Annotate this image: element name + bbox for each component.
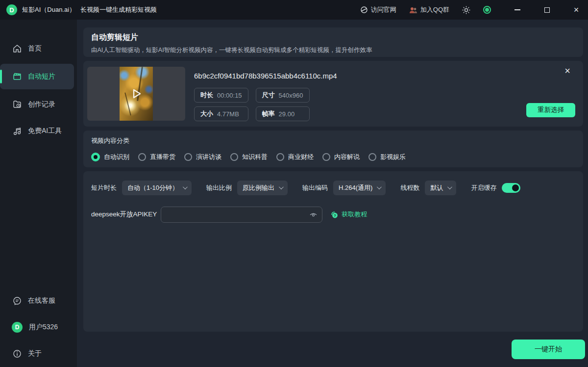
close-icon: × <box>574 6 579 14</box>
sidebar-item-online-support[interactable]: 在线客服 <box>0 289 74 312</box>
meta-filesize: 大小 4.77MB <box>194 106 248 121</box>
records-icon <box>13 100 22 109</box>
radio-icon <box>184 153 192 161</box>
get-tutorial-link[interactable]: ? 获取教程 <box>330 210 367 219</box>
radio-film-entertainment[interactable]: 影视娱乐 <box>368 153 406 161</box>
video-thumbnail-box <box>87 67 185 121</box>
theme-toggle-icon[interactable] <box>462 6 470 14</box>
app-title: 短影AI（Duan.ai）长视频一键生成精彩短视频 <box>22 5 157 14</box>
remove-video-icon: × <box>564 65 570 76</box>
radio-business-finance[interactable]: 商业财经 <box>276 153 314 161</box>
minimize-button[interactable] <box>514 6 521 14</box>
maximize-icon <box>544 7 550 13</box>
video-card: 6b9c2cf0941bd78b396515abb4c6110c.mp4 时长 … <box>83 61 583 127</box>
radio-icon <box>138 153 146 161</box>
radio-icon <box>322 153 330 161</box>
output-codec-select[interactable]: H.264(通用) <box>333 181 386 195</box>
radio-icon <box>368 153 376 161</box>
visit-website-link[interactable]: 访问官网 <box>360 5 396 14</box>
svg-text:?: ? <box>334 213 336 218</box>
radio-live-commerce[interactable]: 直播带货 <box>138 153 175 161</box>
classification-options: 自动识别 直播带货 演讲访谈 知识科普 商业财经 <box>91 153 575 161</box>
page-subtitle: 由AI人工智能驱动，短影AI智能分析视频内容，一键将长视频自动剪辑成多个精彩短视… <box>91 46 575 54</box>
close-button[interactable]: × <box>572 6 580 14</box>
sidebar-item-creation-records[interactable]: 创作记录 <box>0 93 74 116</box>
classification-label: 视频内容分类 <box>91 136 575 145</box>
status-indicator-icon[interactable] <box>483 6 491 14</box>
radio-speech-interview[interactable]: 演讲访谈 <box>184 153 221 161</box>
main-content: 自动剪辑短片 由AI人工智能驱动，短影AI智能分析视频内容，一键将长视频自动剪辑… <box>77 20 588 367</box>
music-note-icon <box>13 127 22 135</box>
meta-resolution: 尺寸 540x960 <box>256 88 310 103</box>
settings-row: 短片时长 自动（1-10分钟） 输出比例 原比例输出 输出编码 <box>91 181 575 195</box>
cache-label: 开启缓存 <box>471 184 496 192</box>
cache-toggle[interactable] <box>502 183 520 193</box>
video-info: 6b9c2cf0941bd78b396515abb4c6110c.mp4 时长 … <box>194 65 337 123</box>
video-filename: 6b9c2cf0941bd78b396515abb4c6110c.mp4 <box>194 72 337 80</box>
radio-selected-icon <box>91 153 100 161</box>
play-icon <box>129 86 144 101</box>
footer-bar: 一键开始 <box>83 332 583 367</box>
remove-video-button[interactable]: × <box>564 66 570 76</box>
maximize-button[interactable] <box>543 6 551 14</box>
radio-icon <box>276 153 284 161</box>
thread-count-select[interactable]: 默认 <box>425 181 456 195</box>
app-brand: 短影AI（Duan.ai） <box>22 6 75 13</box>
chevron-down-icon <box>447 184 452 189</box>
radio-content-commentary[interactable]: 内容解说 <box>322 153 360 161</box>
output-codec-group: 输出编码 H.264(通用) <box>302 181 386 195</box>
output-ratio-group: 输出比例 原比例输出 <box>206 181 288 195</box>
eye-off-icon[interactable] <box>309 210 318 219</box>
app-tagline: 长视频一键生成精彩短视频 <box>80 6 157 13</box>
apikey-row: deepseek开放APIKEY ? 获取教程 <box>91 207 575 223</box>
thread-count-label: 线程数 <box>400 184 419 192</box>
video-meta: 时长 00:00:15 尺寸 540x960 大小 4.77MB 帧率 29.0… <box>194 88 337 121</box>
sidebar: 首页 自动短片 创作记录 <box>0 20 77 367</box>
radio-auto-detect[interactable]: 自动识别 <box>91 153 129 161</box>
chat-support-icon <box>13 296 22 305</box>
globe-icon <box>360 6 368 14</box>
one-click-start-button[interactable]: 一键开始 <box>512 340 585 359</box>
sidebar-item-home[interactable]: 首页 <box>0 37 74 60</box>
chevron-down-icon <box>183 184 188 189</box>
clapperboard-icon <box>13 72 22 81</box>
home-icon <box>13 44 22 53</box>
info-icon <box>13 349 22 358</box>
output-codec-label: 输出编码 <box>302 184 328 192</box>
toggle-knob <box>512 184 519 191</box>
qq-group-icon <box>409 6 417 14</box>
reselect-button[interactable]: 重新选择 <box>526 103 575 117</box>
thread-count-group: 线程数 默认 <box>400 181 456 195</box>
apikey-label: deepseek开放APIKEY <box>91 210 157 219</box>
clip-duration-label: 短片时长 <box>91 184 117 192</box>
clip-duration-group: 短片时长 自动（1-10分钟） <box>91 181 192 195</box>
video-thumbnail[interactable] <box>120 67 153 121</box>
sidebar-item-user-account[interactable]: D 用户5326 <box>0 316 74 339</box>
cache-toggle-group: 开启缓存 <box>471 183 520 193</box>
sidebar-item-about[interactable]: 关于 <box>0 342 74 365</box>
radio-icon <box>230 153 238 161</box>
title-bar: D 短影AI（Duan.ai）长视频一键生成精彩短视频 访问官网 加入QQ群 <box>0 0 588 20</box>
user-avatar: D <box>12 322 23 333</box>
page-title: 自动剪辑短片 <box>91 32 575 43</box>
join-qq-group-link[interactable]: 加入QQ群 <box>409 5 449 14</box>
radio-knowledge-science[interactable]: 知识科普 <box>230 153 268 161</box>
settings-panel: 短片时长 自动（1-10分钟） 输出比例 原比例输出 输出编码 <box>83 171 583 332</box>
meta-duration: 时长 00:00:15 <box>194 88 248 103</box>
clip-duration-select[interactable]: 自动（1-10分钟） <box>122 181 192 195</box>
sidebar-item-auto-shorts[interactable]: 自动短片 <box>0 64 74 89</box>
tutorial-help-icon: ? <box>330 210 339 219</box>
meta-framerate: 帧率 29.00 <box>256 106 310 121</box>
chevron-down-icon <box>279 184 284 189</box>
output-ratio-label: 输出比例 <box>206 184 232 192</box>
chevron-down-icon <box>377 184 382 189</box>
classification-panel: 视频内容分类 自动识别 直播带货 演讲访谈 知识科普 <box>83 131 583 167</box>
minimize-icon <box>514 9 520 10</box>
page-header: 自动剪辑短片 由AI人工智能驱动，短影AI智能分析视频内容，一键将长视频自动剪辑… <box>83 27 583 57</box>
apikey-input[interactable] <box>161 207 322 223</box>
sidebar-item-free-ai-tools[interactable]: 免费AI工具 <box>0 120 74 142</box>
output-ratio-select[interactable]: 原比例输出 <box>237 181 288 195</box>
app-logo-icon: D <box>6 4 17 15</box>
